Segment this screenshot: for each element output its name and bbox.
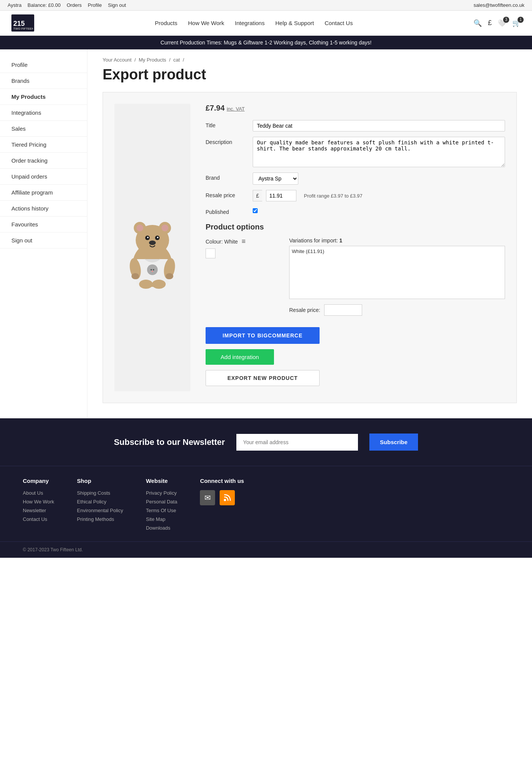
breadcrumb-my-products[interactable]: My Products	[139, 57, 166, 63]
brand-select[interactable]: Aystra Sp	[253, 172, 298, 185]
nav-how-we-work[interactable]: How We Work	[188, 20, 224, 26]
top-bar-email: sales@twofifteen.co.uk	[473, 2, 524, 8]
published-field-row: Published	[206, 207, 505, 215]
newsletter-subscribe-button[interactable]: Subscribe	[369, 434, 418, 451]
breadcrumb-cat[interactable]: cat	[173, 57, 180, 63]
sidebar-item-order-tracking[interactable]: Order tracking	[0, 153, 87, 169]
resale-price-label: Resale price	[206, 190, 247, 198]
footer-connect-heading: Connect with us	[200, 478, 244, 484]
sidebar-item-sign-out[interactable]: Sign out	[0, 233, 87, 248]
footer-privacy-policy[interactable]: Privacy Policy	[146, 490, 177, 496]
svg-point-12	[149, 241, 156, 245]
breadcrumb-account[interactable]: Your Account	[103, 57, 131, 63]
title-input[interactable]	[253, 120, 505, 131]
footer-ethical-policy[interactable]: Ethical Policy	[77, 499, 123, 505]
footer-newsletter-link[interactable]: Newsletter	[23, 508, 54, 513]
footer-copyright: © 2017-2023 Two Fifteen Ltd.	[0, 541, 532, 558]
search-icon[interactable]: 🔍	[473, 19, 482, 27]
description-textarea[interactable]: Our quality made bear features a soft pl…	[253, 137, 505, 167]
variation-resale-label: Resale price:	[289, 307, 320, 313]
footer-how-we-work[interactable]: How We Work	[23, 499, 54, 505]
sidebar-item-affiliate-program[interactable]: Affiliate program	[0, 185, 87, 201]
newsletter-title: Subscribe to our Newsletter	[114, 437, 225, 447]
title-field-row: Title	[206, 120, 505, 131]
product-details: £7.94 inc. VAT Title Description Our qua…	[206, 104, 505, 391]
footer-col-company: Company About Us How We Work Newsletter …	[23, 478, 54, 534]
rss-social-icon[interactable]	[220, 490, 235, 505]
footer-shop-heading: Shop	[77, 478, 123, 484]
svg-point-26	[224, 499, 226, 501]
resale-price-group: £ Profit range £3.97 to £3.97	[253, 190, 363, 201]
main-header: 215 TWO FIFTEEN Products How We Work Int…	[0, 11, 532, 36]
nav-help-support[interactable]: Help & Support	[275, 20, 314, 26]
footer-site-map[interactable]: Site Map	[146, 516, 177, 522]
cart-icon[interactable]: 🛒 1	[512, 19, 521, 27]
resale-price-input[interactable]	[266, 190, 296, 201]
footer-terms-of-use[interactable]: Terms Of Use	[146, 508, 177, 513]
main-content: Your Account / My Products / cat / Expor…	[87, 49, 532, 418]
footer-printing-methods[interactable]: Printing Methods	[77, 516, 123, 522]
sidebar-item-sales[interactable]: Sales	[0, 121, 87, 137]
brand-field-row: Brand Aystra Sp	[206, 172, 505, 185]
variations-label: Variations for import: 1	[289, 237, 505, 244]
footer-about-us[interactable]: About Us	[23, 490, 54, 496]
product-options-title: Product options	[206, 223, 505, 231]
sidebar-item-brands[interactable]: Brands	[0, 73, 87, 89]
footer-website-heading: Website	[146, 478, 177, 484]
page-layout: Profile Brands My Products Integrations …	[0, 49, 532, 418]
balance: Balance: £0.00	[28, 2, 61, 8]
import-button[interactable]: IMPORT TO BIGCOMMERCE	[206, 327, 320, 344]
email-social-icon[interactable]: ✉	[200, 490, 215, 505]
sidebar-item-tiered-pricing[interactable]: Tiered Pricing	[0, 137, 87, 153]
published-checkbox[interactable]	[253, 208, 258, 213]
sidebar-item-favourites[interactable]: Favourites	[0, 217, 87, 233]
footer-company-heading: Company	[23, 478, 54, 484]
signout-top-link[interactable]: Sign out	[108, 2, 126, 8]
svg-point-17	[150, 269, 152, 271]
title-label: Title	[206, 120, 247, 128]
sidebar-item-actions-history[interactable]: Actions history	[0, 201, 87, 217]
description-label: Description	[206, 137, 247, 145]
buttons-area: IMPORT TO BIGCOMMERCE Add integration EX…	[206, 327, 505, 386]
export-button[interactable]: EXPORT NEW PRODUCT	[206, 370, 320, 386]
footer-links: Company About Us How We Work Newsletter …	[0, 466, 532, 541]
svg-text:TWO FIFTEEN: TWO FIFTEEN	[13, 27, 33, 30]
add-integration-button[interactable]: Add integration	[206, 349, 274, 365]
footer-personal-data[interactable]: Personal Data	[146, 499, 177, 505]
svg-point-19	[152, 271, 153, 272]
currency-icon[interactable]: £	[488, 19, 492, 27]
main-nav: Products How We Work Integrations Help &…	[155, 20, 353, 26]
orders-link[interactable]: Orders	[66, 2, 82, 8]
nav-contact-us[interactable]: Contact Us	[325, 20, 353, 26]
footer-environmental-policy[interactable]: Environmental Policy	[77, 508, 123, 513]
social-icons: ✉	[200, 490, 244, 505]
nav-products[interactable]: Products	[155, 20, 177, 26]
product-image	[114, 104, 190, 391]
svg-point-18	[153, 269, 154, 271]
product-price: £7.94 inc. VAT	[206, 104, 505, 112]
newsletter-email-input[interactable]	[236, 434, 358, 451]
svg-point-7	[162, 225, 168, 231]
sidebar-item-profile[interactable]: Profile	[0, 57, 87, 73]
production-banner: Current Production Times: Mugs & Giftwar…	[0, 36, 532, 49]
grid-icon[interactable]: ≡	[242, 237, 246, 245]
variation-item: White (£11.91)	[292, 248, 502, 254]
newsletter-section: Subscribe to our Newsletter Subscribe	[0, 418, 532, 466]
sidebar-item-integrations[interactable]: Integrations	[0, 105, 87, 121]
cart-badge: 1	[518, 17, 524, 23]
footer-downloads[interactable]: Downloads	[146, 525, 177, 531]
variation-resale-input[interactable]	[324, 304, 362, 316]
top-bar: Aystra Balance: £0.00 Orders Profile Sig…	[0, 0, 532, 11]
heart-icon[interactable]: 🤍 3	[498, 19, 506, 27]
top-bar-left: Aystra Balance: £0.00 Orders Profile Sig…	[8, 2, 126, 8]
resale-price-field-row: Resale price £ Profit range £3.97 to £3.…	[206, 190, 505, 201]
sidebar-item-unpaid-orders[interactable]: Unpaid orders	[0, 169, 87, 185]
colour-swatch-white[interactable]	[206, 248, 215, 258]
sidebar-item-my-products[interactable]: My Products	[0, 89, 87, 105]
colour-label: Colour: White ≡	[206, 237, 274, 245]
footer-shipping-costs[interactable]: Shipping Costs	[77, 490, 123, 496]
footer-contact-us[interactable]: Contact Us	[23, 516, 54, 522]
profile-link[interactable]: Profile	[88, 2, 102, 8]
svg-point-23	[152, 280, 166, 289]
nav-integrations[interactable]: Integrations	[235, 20, 264, 26]
